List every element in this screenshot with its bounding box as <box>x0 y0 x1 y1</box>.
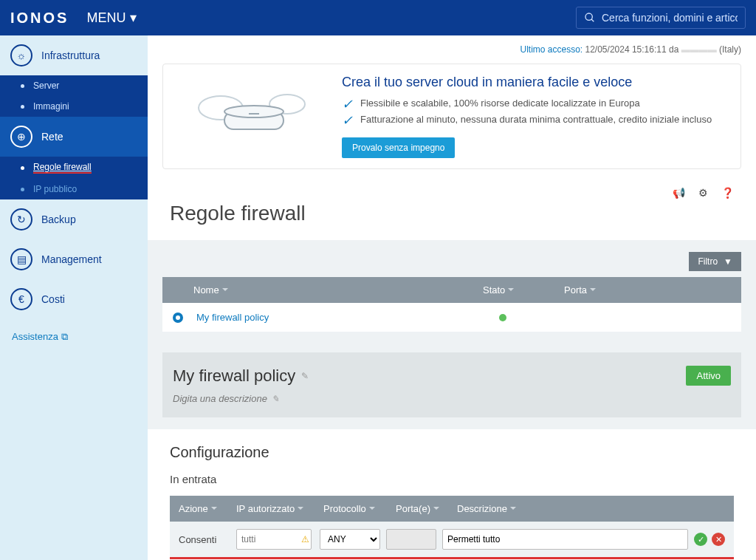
infra-icon: ☼ <box>10 44 32 66</box>
last-access-label: Ultimo accesso: <box>520 44 583 55</box>
check-icon: ✓ <box>342 114 353 127</box>
promo-bullet: ✓Flessibile e scalabile, 100% risorse de… <box>342 98 727 111</box>
firewall-table: Nome Stato Porta My firewall policy <box>162 277 741 332</box>
page-title: Regole firewall <box>148 202 756 240</box>
megaphone-icon[interactable]: 📢 <box>673 187 685 199</box>
rule-ip-input[interactable] <box>236 529 312 550</box>
promo-bullet: ✓Fatturazione al minuto, nessuna durata … <box>342 114 727 127</box>
rule-row: Consenti ⚠ ANY ✓ ✕ <box>170 522 734 559</box>
sidebar-item-backup[interactable]: ↻ Backup <box>0 199 148 239</box>
table-row[interactable]: My firewall policy <box>162 303 741 332</box>
sidebar-item-immagini[interactable]: Immagini <box>0 96 148 117</box>
promo-illustration <box>176 75 324 148</box>
col-azione[interactable]: Azione <box>179 503 230 514</box>
chevron-down-icon: ▾ <box>130 10 137 26</box>
svg-point-5 <box>224 106 284 117</box>
svg-line-1 <box>591 19 594 21</box>
sidebar-item-label: Management <box>41 253 102 265</box>
filter-icon: ▼ <box>724 256 732 267</box>
promo-bullet-text: Fatturazione al minuto, nessuna durata m… <box>360 114 712 125</box>
sidebar-item-label: Costi <box>41 293 65 305</box>
logo: IONOS <box>10 10 69 27</box>
menu-label: MENU <box>86 10 126 26</box>
search-placeholder: Cerca funzioni, domini e articoli di su <box>602 12 738 24</box>
promo-banner: Crea il tuo server cloud in maniera faci… <box>162 64 741 169</box>
rule-azione: Consenti <box>179 534 230 545</box>
col-protocollo[interactable]: Protocollo <box>323 503 390 514</box>
sidebar-item-infrastruttura[interactable]: ☼ Infrastruttura <box>0 35 148 75</box>
external-link-icon: ⧉ <box>61 331 68 342</box>
sidebar-item-label: IP pubblico <box>33 184 77 194</box>
promo-title: Crea il tuo server cloud in maniera faci… <box>342 75 727 90</box>
policy-title-text: My firewall policy <box>173 366 295 386</box>
rule-description-input[interactable] <box>442 529 688 550</box>
warning-icon: ⚠ <box>301 534 309 544</box>
euro-icon: € <box>10 288 32 310</box>
col-porte[interactable]: Porta(e) <box>396 503 451 514</box>
last-access: Ultimo accesso: 12/05/2024 15:16:11 da ▬… <box>148 35 756 64</box>
sidebar-item-label: Rete <box>41 131 63 143</box>
row-radio[interactable] <box>173 313 183 323</box>
sidebar-item-label: Infrastruttura <box>41 49 100 61</box>
sidebar-item-label: Server <box>33 81 59 91</box>
policy-desc-placeholder: Digita una descrizione <box>173 393 267 404</box>
table-header: Nome Stato Porta <box>162 277 741 303</box>
edit-icon[interactable]: ✎ <box>272 394 279 404</box>
policy-title: My firewall policy ✎ <box>173 366 309 386</box>
search-icon <box>584 12 596 24</box>
col-descrizione[interactable]: Descrizione <box>457 503 725 514</box>
config-section: Configurazione In entrata Azione IP auto… <box>170 444 734 560</box>
confirm-icon[interactable]: ✓ <box>694 533 707 546</box>
globe-icon: ⊕ <box>10 126 32 148</box>
sidebar-item-label: Immagini <box>33 101 69 112</box>
check-icon: ✓ <box>342 98 353 111</box>
col-porta[interactable]: Porta <box>564 284 731 296</box>
status-badge: Attivo <box>686 366 731 386</box>
topbar: IONOS MENU ▾ Cerca funzioni, domini e ar… <box>0 0 756 35</box>
backup-icon: ↻ <box>10 208 32 231</box>
sidebar-item-rete[interactable]: ⊕ Rete <box>0 117 148 157</box>
sidebar-item-server[interactable]: Server <box>0 75 148 96</box>
col-stato[interactable]: Stato <box>483 284 564 296</box>
rules-header: Azione IP autorizzato Protocollo Porta(e… <box>170 496 734 522</box>
last-access-value: 12/05/2024 15:16:11 da <box>585 44 679 55</box>
assistenza-label: Assistenza <box>12 331 58 342</box>
page-actions: 📢 ⚙ ❓ <box>148 184 756 202</box>
menu-button[interactable]: MENU ▾ <box>86 10 137 26</box>
sidebar-item-costi[interactable]: € Costi <box>0 279 148 319</box>
dot-icon <box>21 84 24 88</box>
status-dot-active <box>499 314 506 321</box>
dot-icon <box>21 188 24 191</box>
gear-icon[interactable]: ⚙ <box>698 187 708 199</box>
policy-description[interactable]: Digita una descrizione ✎ <box>173 393 731 404</box>
config-subtitle: In entrata <box>170 473 734 485</box>
svg-point-0 <box>585 13 592 20</box>
sidebar-item-ip-pubblico[interactable]: IP pubblico <box>0 179 148 199</box>
sidebar-item-label: Backup <box>41 214 76 225</box>
config-title: Configurazione <box>170 444 734 461</box>
sidebar-item-label: Regole firewall <box>33 162 92 174</box>
promo-cta-button[interactable]: Provalo senza impegno <box>342 137 455 158</box>
assistenza-link[interactable]: Assistenza ⧉ <box>0 319 148 355</box>
search-input[interactable]: Cerca funzioni, domini e articoli di su <box>576 7 746 29</box>
dot-icon <box>21 105 24 109</box>
last-access-suffix: (Italy) <box>719 44 741 55</box>
edit-icon[interactable]: ✎ <box>301 371 309 381</box>
col-nome[interactable]: Nome <box>173 284 483 296</box>
main-content: Ultimo accesso: 12/05/2024 15:16:11 da ▬… <box>148 35 756 560</box>
rule-protocol-select[interactable]: ANY <box>320 529 380 550</box>
rule-port-input[interactable] <box>386 529 436 550</box>
promo-bullet-text: Flessibile e scalabile, 100% risorse ded… <box>360 98 640 109</box>
sidebar-item-management[interactable]: ▤ Management <box>0 239 148 279</box>
sidebar-item-regole-firewall[interactable]: Regole firewall <box>0 157 148 179</box>
row-name[interactable]: My firewall policy <box>196 312 489 323</box>
col-ip[interactable]: IP autorizzato <box>236 503 317 514</box>
filter-label: Filtro <box>698 256 718 267</box>
cancel-icon[interactable]: ✕ <box>712 533 725 546</box>
clipboard-icon: ▤ <box>10 248 32 270</box>
help-icon[interactable]: ❓ <box>721 187 734 199</box>
dot-icon <box>21 166 24 170</box>
sidebar: ☼ Infrastruttura Server Immagini ⊕ Rete … <box>0 35 148 560</box>
policy-header: My firewall policy ✎ Attivo Digita una d… <box>162 352 741 417</box>
filter-button[interactable]: Filtro ▼ <box>689 252 741 271</box>
